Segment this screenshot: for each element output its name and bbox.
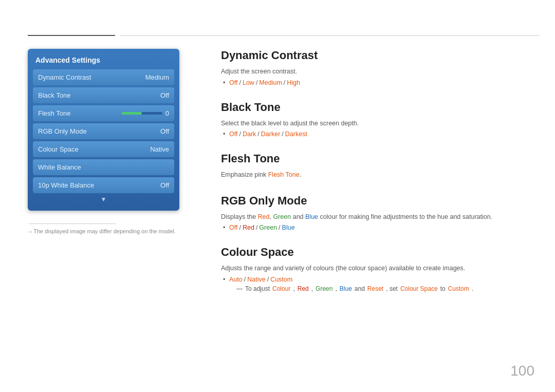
section-options-dynamic-contrast: Off / Low / Medium / High [221,79,534,86]
opt-red-inline: Red [298,285,309,292]
right-content: Dynamic Contrast Adjust the screen contr… [221,49,534,307]
panel-note: – The displayed image may differ dependi… [28,223,179,234]
section-subnote-colour-space: To adjust Colour, Red, Green, Blue and R… [221,285,534,292]
opt-blue-rgb: Blue [305,213,318,220]
menu-item-rgb-only-mode[interactable]: RGB Only Mode Off [33,123,174,139]
section-desc-colour-space: Adjusts the range and variety of colours… [221,264,534,273]
advanced-settings-box: Advanced Settings Dynamic Contrast Mediu… [28,49,179,211]
panel-note-text: – The displayed image may differ dependi… [29,228,179,234]
flesh-tone-value: 0 [165,109,169,117]
opt-auto-colour-space: Auto [229,276,243,283]
section-desc-flesh-tone: Emphasize pink Flesh Tone. [221,171,534,180]
opt-medium-dynamic: Medium [259,79,282,86]
opt-blue-rgb-opt: Blue [282,224,295,231]
menu-item-colour-space[interactable]: Colour Space Native [33,141,174,157]
section-colour-space: Colour Space Adjusts the range and varie… [221,246,534,292]
opt-off-black: Off [229,130,237,138]
opt-colour-space-inline: Colour Space [400,285,438,292]
menu-item-label-dynamic-contrast: Dynamic Contrast [38,73,91,81]
menu-item-10p-white-balance[interactable]: 10p White Balance Off [33,177,174,193]
menu-item-label-black-tone: Black Tone [38,91,70,99]
dropdown-arrow-icon[interactable]: ▼ [33,196,174,203]
section-rgb-only-mode: RGB Only Mode Displays the Red, Green an… [221,194,534,232]
section-dynamic-contrast: Dynamic Contrast Adjust the screen contr… [221,49,534,86]
divider-long [120,35,540,36]
opt-reset-inline: Reset [367,285,383,292]
opt-off-dynamic: Off [229,79,237,86]
menu-item-white-balance[interactable]: White Balance [33,159,174,175]
opt-custom-inline: Custom [448,285,469,292]
menu-item-value-colour-space: Native [150,145,169,153]
section-options-black-tone: Off / Dark / Darker / Darkest [221,130,534,138]
menu-item-label-colour-space: Colour Space [38,145,79,153]
menu-item-label-rgb-only-mode: RGB Only Mode [38,127,87,135]
opt-off-rgb: Off [229,224,237,231]
section-desc-rgb-only-mode: Displays the Red, Green and Blue colour … [221,213,534,222]
divider-short [28,35,115,36]
section-title-rgb-only-mode: RGB Only Mode [221,194,534,208]
menu-item-black-tone[interactable]: Black Tone Off [33,87,174,103]
opt-green-inline: Green [316,285,332,292]
opt-dark-black: Dark [243,130,256,138]
opt-low-dynamic: Low [243,79,254,86]
opt-custom-colour-space: Custom [270,276,292,283]
menu-item-value-10p-white-balance: Off [160,181,169,189]
page-number: 100 [510,363,534,379]
opt-darkest-black: Darkest [285,130,307,138]
menu-item-dynamic-contrast[interactable]: Dynamic Contrast Medium [33,69,174,85]
section-desc-black-tone: Select the black level to adjust the scr… [221,119,534,128]
menu-item-label-10p-white-balance: 10p White Balance [38,181,94,189]
menu-item-flesh-tone[interactable]: Flesh Tone 0 [33,105,174,121]
opt-blue-inline: Blue [340,285,352,292]
menu-item-value-black-tone: Off [160,91,169,99]
top-divider [28,35,540,36]
opt-red-rgb: Red [258,213,270,220]
section-title-black-tone: Black Tone [221,101,534,114]
flesh-tone-slider[interactable] [121,112,162,115]
menu-item-label-flesh-tone: Flesh Tone [38,109,70,117]
opt-green-rgb: Green [273,213,291,220]
opt-darker-black: Darker [261,130,281,138]
section-flesh-tone: Flesh Tone Emphasize pink Flesh Tone. [221,152,534,180]
opt-high-dynamic: High [287,79,300,86]
opt-green-rgb-opt: Green [259,224,277,231]
menu-item-label-white-balance: White Balance [38,163,81,171]
flesh-tone-slider-container: 0 [121,109,169,117]
opt-colour-inline: Colour [272,285,290,292]
section-desc-dynamic-contrast: Adjust the screen contrast. [221,67,534,77]
opt-flesh-tone-inline: Flesh Tone [268,171,300,178]
opt-native-colour-space: Native [247,276,265,283]
section-title-flesh-tone: Flesh Tone [221,152,534,165]
opt-red-rgb-opt: Red [243,224,254,231]
panel-note-divider [29,223,116,224]
panel-title: Advanced Settings [33,54,174,69]
section-black-tone: Black Tone Select the black level to adj… [221,101,534,138]
section-options-colour-space: Auto / Native / Custom [221,276,534,283]
left-panel: Advanced Settings Dynamic Contrast Mediu… [28,49,179,234]
section-title-colour-space: Colour Space [221,246,534,259]
section-title-dynamic-contrast: Dynamic Contrast [221,49,534,62]
menu-item-value-dynamic-contrast: Medium [145,73,169,81]
menu-item-value-rgb-only-mode: Off [160,127,169,135]
section-options-rgb-only-mode: Off / Red / Green / Blue [221,224,534,231]
flesh-tone-slider-fill [121,112,142,115]
